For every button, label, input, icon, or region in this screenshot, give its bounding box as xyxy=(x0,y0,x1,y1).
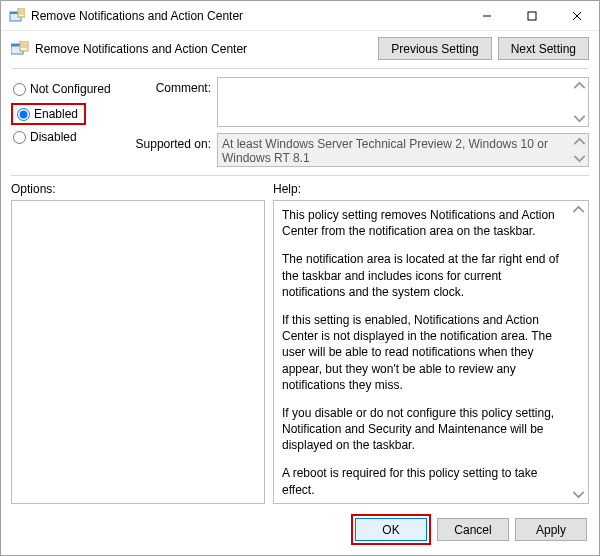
svg-rect-2 xyxy=(18,8,25,17)
supported-textbox: At least Windows Server Technical Previe… xyxy=(217,133,589,167)
highlight-ok: OK xyxy=(351,514,431,545)
state-radio-group: Not Configured Enabled Disabled xyxy=(11,77,121,167)
field-column: Comment: Supported on: At least Windows … xyxy=(131,77,589,167)
titlebar-title: Remove Notifications and Action Center xyxy=(31,9,464,23)
scroll-up-icon[interactable] xyxy=(573,135,586,148)
help-panel[interactable]: This policy setting removes Notification… xyxy=(273,200,589,504)
radio-disabled[interactable]: Disabled xyxy=(11,129,121,145)
help-column: Help: This policy setting removes Notifi… xyxy=(273,182,589,504)
header-row: Remove Notifications and Action Center P… xyxy=(1,31,599,68)
ok-button[interactable]: OK xyxy=(355,518,427,541)
footer: OK Cancel Apply xyxy=(1,504,599,555)
radio-not-configured[interactable]: Not Configured xyxy=(11,81,121,97)
radio-enabled-label: Enabled xyxy=(34,107,78,121)
top-section: Not Configured Enabled Disabled Comment: xyxy=(1,69,599,171)
header-title: Remove Notifications and Action Center xyxy=(35,42,372,56)
help-paragraph: This policy setting removes Notification… xyxy=(282,207,568,239)
close-button[interactable] xyxy=(554,1,599,30)
supported-label: Supported on: xyxy=(131,133,211,151)
minimize-button[interactable] xyxy=(464,1,509,30)
comment-label: Comment: xyxy=(131,77,211,95)
options-column: Options: xyxy=(11,182,265,504)
radio-not-configured-input[interactable] xyxy=(13,83,26,96)
comment-row: Comment: xyxy=(131,77,589,127)
svg-rect-7 xyxy=(528,12,536,20)
titlebar: Remove Notifications and Action Center xyxy=(1,1,599,31)
supported-row: Supported on: At least Windows Server Te… xyxy=(131,133,589,167)
comment-textarea[interactable] xyxy=(217,77,589,127)
previous-setting-button[interactable]: Previous Setting xyxy=(378,37,491,60)
scroll-up-icon[interactable] xyxy=(573,79,586,92)
options-label: Options: xyxy=(11,182,265,196)
maximize-button[interactable] xyxy=(509,1,554,30)
supported-value: At least Windows Server Technical Previe… xyxy=(222,137,548,165)
app-icon xyxy=(9,8,25,24)
help-paragraph: The notification area is located at the … xyxy=(282,251,568,300)
next-setting-button[interactable]: Next Setting xyxy=(498,37,589,60)
apply-button[interactable]: Apply xyxy=(515,518,587,541)
scroll-down-icon[interactable] xyxy=(573,112,586,125)
dialog-window: Remove Notifications and Action Center R… xyxy=(0,0,600,556)
radio-enabled[interactable]: Enabled xyxy=(15,106,80,122)
scroll-up-icon[interactable] xyxy=(572,203,585,216)
highlight-enabled: Enabled xyxy=(11,103,86,125)
options-panel[interactable] xyxy=(11,200,265,504)
radio-not-configured-label: Not Configured xyxy=(30,82,111,96)
mid-section: Options: Help: This policy setting remov… xyxy=(1,176,599,504)
scroll-down-icon[interactable] xyxy=(572,488,585,501)
radio-disabled-input[interactable] xyxy=(13,131,26,144)
cancel-button[interactable]: Cancel xyxy=(437,518,509,541)
policy-icon xyxy=(11,41,29,57)
help-paragraph: If this setting is enabled, Notification… xyxy=(282,312,568,393)
svg-rect-12 xyxy=(20,41,28,51)
help-paragraph: A reboot is required for this policy set… xyxy=(282,465,568,497)
help-label: Help: xyxy=(273,182,589,196)
radio-disabled-label: Disabled xyxy=(30,130,77,144)
scroll-down-icon[interactable] xyxy=(573,152,586,165)
help-paragraph: If you disable or do not configure this … xyxy=(282,405,568,454)
radio-enabled-input[interactable] xyxy=(17,108,30,121)
